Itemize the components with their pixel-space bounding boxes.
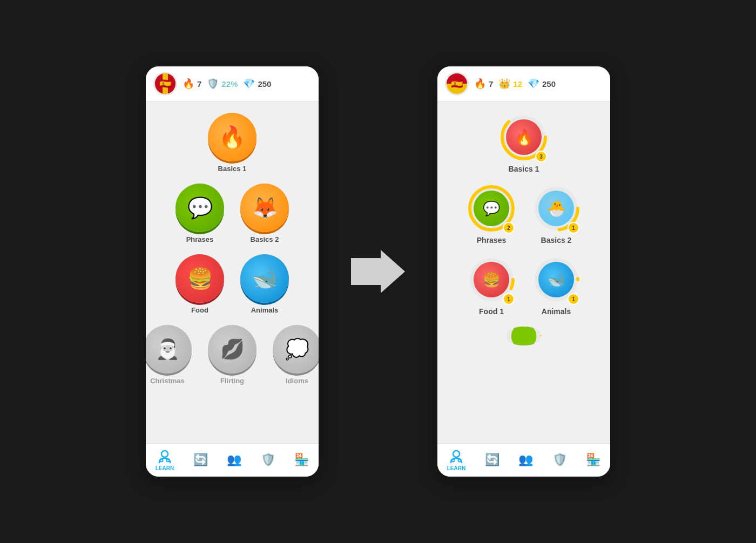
nav-shield-right[interactable]: 🛡️ (552, 453, 567, 467)
right-inner-basics1: 🔥 (506, 119, 542, 155)
left-circle-food: 🍔 (176, 254, 224, 303)
right-inner-food1: 🍔 (474, 262, 509, 297)
left-nav: LEARN 🔄 👥 🛡️ 🏪 (146, 443, 319, 477)
right-phone: 🇪🇸 🔥 7 👑 12 💎 250 (437, 66, 610, 477)
fire-count-right: 7 (489, 79, 493, 89)
shield-nav-icon-right: 🛡️ (552, 453, 567, 467)
right-skills-grid: 🔥 3 Basics 1 (443, 113, 605, 345)
svg-marker-3 (351, 250, 405, 293)
left-skill-phrases[interactable]: 💬 Phrases (176, 184, 224, 243)
scene: 🇪🇸 🔥 7 🛡️ 22% 💎 250 (124, 45, 632, 498)
right-label-basics2: Basics 2 (541, 236, 572, 245)
svg-point-17 (453, 451, 460, 457)
flag-spain-right: 🇪🇸 (445, 72, 469, 96)
right-ring-phrases: 💬 2 (467, 184, 516, 233)
right-skill-animals[interactable]: 🐋 1 Animals (532, 255, 580, 316)
left-label-christmas: Christmas (150, 377, 185, 385)
practice-icon-right: 🔄 (485, 453, 500, 467)
right-inner-phrases: 💬 (474, 191, 509, 226)
right-row-partial (505, 327, 543, 345)
fire-icon-left: 🔥 (183, 78, 194, 90)
right-row-phrases-basics2: 💬 2 Phrases 🐣 (467, 184, 580, 245)
left-circle-flirting: 💋 (208, 325, 256, 374)
nav-social-left[interactable]: 👥 (227, 453, 241, 467)
left-content: 🔥 Basics 1 💬 Phrases � (146, 102, 319, 443)
left-row-basics1: 🔥 Basics 1 (208, 113, 256, 173)
nav-social-right[interactable]: 👥 (518, 453, 533, 467)
left-phone: 🇪🇸 🔥 7 🛡️ 22% 💎 250 (146, 66, 319, 477)
crown-badge-basics2: 1 (568, 222, 579, 234)
left-skill-basics1[interactable]: 🔥 Basics 1 (208, 113, 256, 173)
fire-stat-left: 🔥 7 (183, 78, 201, 90)
right-row-basics1: 🔥 3 Basics 1 (500, 113, 548, 173)
left-circle-idioms: 💭 (273, 325, 319, 374)
left-skill-animals[interactable]: 🐋 Animals (240, 254, 289, 314)
right-nav: LEARN 🔄 👥 🛡️ 🏪 (437, 443, 610, 477)
right-skill-basics2[interactable]: 🐣 1 Basics 2 (532, 184, 580, 245)
right-ring-basics1: 🔥 3 (500, 113, 548, 161)
fire-icon-right: 🔥 (474, 78, 486, 90)
left-circle-basics1: 🔥 (208, 113, 256, 161)
right-label-animals: Animals (542, 307, 571, 316)
shield-pct-left: 22% (221, 79, 238, 89)
left-label-flirting: Flirting (220, 377, 244, 385)
crown-count-right: 12 (513, 79, 522, 89)
svg-point-0 (161, 451, 168, 457)
nav-shield-left[interactable]: 🛡️ (261, 453, 275, 467)
nav-practice-right[interactable]: 🔄 (485, 453, 500, 467)
right-skill-partial[interactable] (505, 327, 543, 345)
left-label-animals: Animals (251, 306, 279, 314)
shop-icon-right: 🏪 (586, 453, 600, 467)
crown-badge-food1: 1 (503, 293, 515, 305)
crown-badge-basics1: 3 (535, 151, 547, 162)
nav-learn-right[interactable]: LEARN (447, 449, 465, 471)
nav-learn-left[interactable]: LEARN (156, 449, 174, 471)
arrow-container (351, 250, 405, 293)
crown-badge-animals: 1 (568, 293, 579, 305)
left-label-phrases: Phrases (186, 235, 214, 243)
shield-stat-left: 🛡️ 22% (207, 78, 238, 90)
right-label-food1: Food 1 (479, 307, 504, 316)
right-skill-basics1[interactable]: 🔥 3 Basics 1 (500, 113, 548, 173)
right-label-basics1: Basics 1 (509, 165, 539, 173)
left-row-locked: 🎅 Christmas 💋 Flirting 💭 (146, 325, 319, 385)
right-inner-basics2: 🐣 (538, 191, 574, 226)
gem-stat-left: 💎 250 (243, 78, 271, 90)
right-header: 🇪🇸 🔥 7 👑 12 💎 250 (437, 66, 610, 102)
nav-practice-left[interactable]: 🔄 (193, 453, 208, 467)
left-skill-food[interactable]: 🍔 Food (176, 254, 224, 314)
gem-count-left: 250 (258, 79, 271, 89)
shield-icon-left: 🛡️ (207, 78, 219, 90)
left-skill-idioms[interactable]: 💭 Idioms (273, 325, 319, 385)
svg-point-18 (451, 459, 454, 462)
left-row-phrases-basics2: 💬 Phrases 🦊 Basics 2 (176, 184, 289, 243)
left-skill-christmas[interactable]: 🎅 Christmas (146, 325, 192, 385)
learn-icon-left (157, 449, 172, 464)
social-icon-left: 👥 (227, 453, 241, 467)
left-circle-christmas: 🎅 (146, 325, 192, 374)
nav-shop-right[interactable]: 🏪 (586, 453, 600, 467)
right-skill-food1[interactable]: 🍔 1 Food 1 (467, 255, 516, 316)
gem-icon-right: 💎 (528, 78, 539, 90)
gem-count-right: 250 (542, 79, 556, 89)
left-skill-basics2[interactable]: 🦊 Basics 2 (240, 184, 289, 243)
fire-stat-right: 🔥 7 (474, 78, 493, 90)
right-ring-basics2: 🐣 1 (532, 184, 580, 233)
right-label-phrases: Phrases (477, 236, 506, 245)
left-label-idioms: Idioms (286, 377, 308, 385)
svg-point-1 (160, 459, 163, 462)
right-ring-food1: 🍔 1 (467, 255, 516, 304)
nav-shop-left[interactable]: 🏪 (294, 453, 309, 467)
svg-point-2 (166, 459, 169, 462)
left-header: 🇪🇸 🔥 7 🛡️ 22% 💎 250 (146, 66, 319, 102)
left-label-food: Food (191, 306, 208, 314)
right-content: 🔥 3 Basics 1 (437, 102, 610, 443)
shop-icon-left: 🏪 (294, 453, 309, 467)
left-circle-basics2: 🦊 (240, 184, 289, 232)
gem-stat-right: 💎 250 (528, 78, 556, 90)
left-skill-flirting[interactable]: 💋 Flirting (208, 325, 256, 385)
learn-icon-right (449, 449, 464, 464)
left-row-food-animals: 🍔 Food 🐋 Animals (176, 254, 289, 314)
right-skill-phrases[interactable]: 💬 2 Phrases (467, 184, 516, 245)
right-row-food-animals: 🍔 1 Food 1 🐋 (467, 255, 580, 316)
